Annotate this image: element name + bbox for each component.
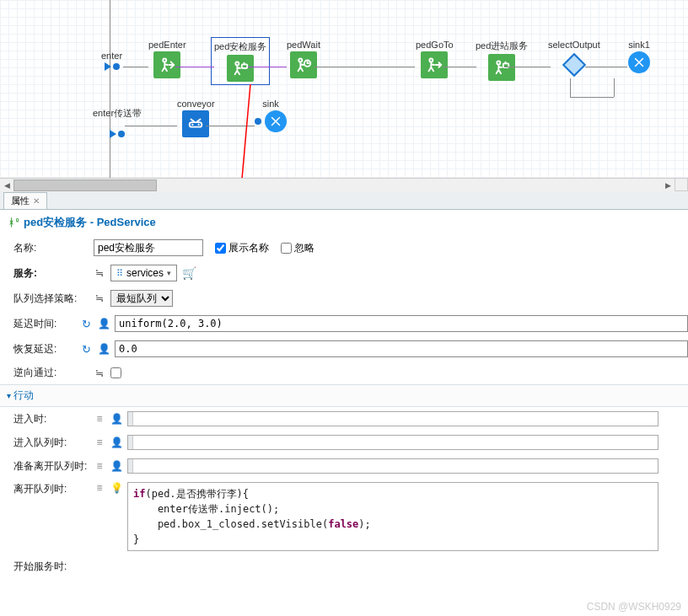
block-label: sink bbox=[262, 99, 279, 109]
label-onstartservice: 开始服务时: bbox=[13, 560, 94, 574]
recover-input[interactable] bbox=[115, 340, 688, 357]
block-label: pedEnter bbox=[148, 40, 186, 50]
row-name: 名称: 展示名称 忽略 bbox=[0, 235, 688, 260]
onqueueenter-code-input[interactable] bbox=[127, 435, 658, 450]
scroll-right-icon[interactable]: ▶ bbox=[661, 179, 675, 191]
svg-point-0 bbox=[164, 58, 167, 62]
service-collection-value: services bbox=[126, 267, 164, 279]
svg-rect-8 bbox=[190, 122, 202, 127]
row-reverse: 逆向通过: ≒ bbox=[0, 362, 688, 384]
block-label: ped安检服务 bbox=[214, 40, 266, 53]
section-actions-header[interactable]: 行动 bbox=[0, 384, 688, 407]
enterconveyor-block[interactable]: enter传送带 bbox=[93, 107, 142, 138]
label-onleavequeue: 离开队列时: bbox=[13, 482, 94, 496]
ignore-checkbox[interactable]: 忽略 bbox=[281, 241, 314, 255]
label-onqueueenter: 进入队列时: bbox=[13, 436, 94, 450]
showname-checkbox-input[interactable] bbox=[215, 243, 226, 254]
panel-title: ped安检服务 - PedService bbox=[24, 215, 156, 230]
conveyor-block[interactable]: conveyor bbox=[177, 99, 215, 137]
sync-icon[interactable]: ↻ bbox=[79, 318, 93, 330]
equals-icon[interactable]: ≒ bbox=[94, 367, 105, 379]
person-icon: 👤 bbox=[98, 318, 110, 329]
row-queue: 队列选择策略: ≒ 最短队列 bbox=[0, 286, 688, 311]
scrollbar-thumb[interactable] bbox=[13, 179, 157, 191]
tab-label: 属性 bbox=[11, 195, 30, 207]
port-dot bbox=[255, 118, 261, 125]
delay-input[interactable] bbox=[115, 315, 688, 332]
block-label: pedWait bbox=[287, 40, 320, 50]
connector bbox=[585, 67, 627, 67]
row-onqueueenter: 进入队列时: ≡ 👤 bbox=[0, 431, 688, 454]
flowchart-canvas[interactable]: enter pedEnter ped安检服务 pedWait pedGoTo p… bbox=[0, 0, 688, 191]
label-queue: 队列选择策略: bbox=[13, 292, 94, 306]
block-label: sink1 bbox=[628, 40, 650, 50]
equals-icon[interactable]: ≒ bbox=[94, 267, 105, 279]
svg-point-9 bbox=[192, 124, 194, 126]
pedenter-block[interactable]: pedEnter bbox=[148, 40, 186, 78]
pedservice-icon bbox=[227, 55, 254, 82]
reverse-checkbox[interactable] bbox=[110, 367, 121, 378]
onreadyleave-code-input[interactable] bbox=[127, 458, 658, 474]
sync-icon[interactable]: ↻ bbox=[79, 343, 93, 356]
close-icon[interactable]: ✕ bbox=[33, 196, 40, 206]
person-icon: 👤 bbox=[110, 437, 122, 448]
scrollbar-corner bbox=[675, 178, 688, 191]
block-label: selectOutput bbox=[548, 40, 600, 50]
svg-point-10 bbox=[198, 124, 200, 126]
person-icon: 👤 bbox=[110, 413, 122, 425]
collection-icon: ⠿ bbox=[116, 268, 123, 279]
scroll-left-icon[interactable]: ◀ bbox=[0, 179, 13, 191]
block-label: enter传送带 bbox=[93, 107, 142, 120]
pedwait-block[interactable]: pedWait bbox=[287, 40, 320, 78]
code-icon[interactable]: ≡ bbox=[94, 437, 105, 448]
label-delay: 延迟时间: bbox=[13, 317, 79, 331]
svg-line-11 bbox=[209, 84, 250, 191]
name-input[interactable] bbox=[94, 239, 203, 256]
block-label: pedGoTo bbox=[416, 40, 454, 50]
ignore-checkbox-input[interactable] bbox=[281, 243, 292, 254]
code-icon[interactable]: ≡ bbox=[94, 460, 105, 472]
pedenter-icon bbox=[153, 51, 180, 78]
port-dot bbox=[118, 131, 125, 137]
tab-properties[interactable]: 属性 ✕ bbox=[3, 192, 47, 209]
selectoutput-block[interactable]: selectOutput bbox=[548, 40, 600, 78]
enter-block[interactable]: enter bbox=[101, 51, 122, 71]
label-recover: 恢复延迟: bbox=[13, 342, 79, 356]
connector bbox=[504, 67, 551, 67]
pedgoto-icon bbox=[421, 51, 448, 78]
row-delay: 延迟时间: ↻ 👤 bbox=[0, 311, 688, 336]
onenter-code-input[interactable] bbox=[127, 411, 658, 426]
connector bbox=[175, 67, 214, 67]
person-icon: 👤 bbox=[110, 460, 122, 472]
block-label: conveyor bbox=[177, 99, 215, 109]
equals-icon[interactable]: ≒ bbox=[94, 292, 105, 304]
onleavequeue-code-input[interactable]: if(ped.if(ped.是否携带行李){是否携带行李){ enter传送带.… bbox=[127, 482, 658, 551]
pedwait-icon bbox=[290, 51, 317, 78]
pedstation-block[interactable]: ped进站服务 bbox=[476, 40, 528, 81]
properties-panel: ᚼ⁰ ped安检服务 - PedService 名称: 展示名称 忽略 服务: … bbox=[0, 210, 688, 616]
connector bbox=[614, 78, 615, 97]
sink1-block[interactable]: sink1 bbox=[628, 40, 650, 73]
queue-select[interactable]: 最短队列 bbox=[110, 290, 173, 307]
arrow-icon bbox=[110, 130, 116, 138]
code-icon[interactable]: ≡ bbox=[94, 482, 105, 494]
block-label: enter bbox=[101, 51, 122, 61]
label-onenter: 进入时: bbox=[13, 412, 94, 426]
connector bbox=[443, 67, 476, 67]
pedsecurity-block-selected[interactable]: ped安检服务 bbox=[211, 37, 270, 85]
annotation-arrow bbox=[0, 0, 688, 191]
horizontal-scrollbar[interactable]: ◀ ▶ bbox=[0, 178, 675, 191]
chevron-down-icon: ▾ bbox=[167, 269, 171, 277]
showname-checkbox[interactable]: 展示名称 bbox=[215, 241, 269, 255]
code-icon[interactable]: ≡ bbox=[94, 413, 105, 425]
sink-block[interactable]: sink bbox=[255, 99, 287, 132]
label-name: 名称: bbox=[13, 241, 94, 255]
connector bbox=[125, 126, 177, 126]
svg-point-5 bbox=[430, 58, 433, 62]
svg-point-3 bbox=[298, 58, 302, 62]
pedservice-icon bbox=[488, 54, 515, 81]
pedgoto-block[interactable]: pedGoTo bbox=[416, 40, 454, 78]
cart-icon[interactable]: 🛒 bbox=[182, 266, 196, 280]
service-collection-select[interactable]: ⠿ services ▾ bbox=[110, 265, 177, 281]
row-onstartservice: 开始服务时: bbox=[0, 555, 688, 578]
